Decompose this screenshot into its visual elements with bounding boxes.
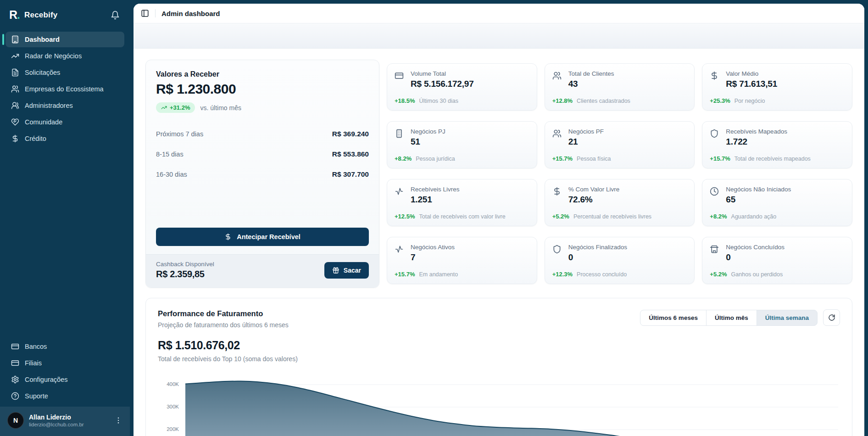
chart-svg	[185, 371, 838, 436]
stat-desc: Pessoa física	[577, 156, 611, 162]
stat-value: 51	[411, 137, 445, 147]
stat-delta: +12.8%	[552, 97, 573, 104]
sidebar-item-label: Empresas do Ecossistema	[25, 85, 104, 93]
antecipar-recebivel-button[interactable]: Antecipar Recebível	[156, 228, 369, 246]
receivables-row: 8-15 dias R$ 553.860	[156, 144, 369, 164]
stats-grid: Volume Total R$ 5.156.172,97 +18.5%Últim…	[387, 63, 852, 288]
stat-delta: +12.5%	[395, 213, 415, 220]
sidebar-item-bancos[interactable]: Bancos	[6, 339, 124, 354]
tab-ultimos-6-meses[interactable]: Últimos 6 meses	[640, 310, 707, 326]
row-value: R$ 307.700	[332, 170, 369, 179]
tab-ultimo-mes[interactable]: Último mês	[706, 310, 757, 326]
stat-value: 65	[726, 195, 791, 205]
shield-icon	[552, 245, 562, 254]
stat-label: Negócios Não Iniciados	[726, 186, 791, 193]
users-icon	[11, 85, 19, 93]
users-icon	[552, 129, 562, 138]
stat-delta: +5.2%	[710, 271, 727, 278]
stat-card-negocios-finalizados: Negócios Finalizados 0 +12.3%Processo co…	[545, 237, 695, 284]
sacar-button[interactable]: Sacar	[324, 262, 369, 279]
topbar: Admin dashboard	[134, 4, 864, 23]
receivables-row: Próximos 7 dias R$ 369.240	[156, 124, 369, 144]
y-axis-tick: 300K	[158, 404, 179, 409]
sidebar-item-configuracoes[interactable]: Configurações	[6, 372, 124, 387]
performance-caption: Total de recebíveis do Top 10 (soma dos …	[158, 355, 840, 363]
brand-logo: R.	[9, 8, 20, 22]
stat-value: 1.722	[726, 137, 787, 147]
stat-desc: Últimos 30 dias	[419, 98, 458, 104]
stat-desc: Percentual de recebíveis livres	[573, 213, 651, 220]
user-card[interactable]: N Allan Liderzio liderzio@lcchub.com.br	[0, 407, 130, 436]
cta-label: Antecipar Recebível	[237, 233, 300, 240]
stat-card-recebiveis-livres: Recebíveis Livres 1.251 +12.5%Total de r…	[387, 179, 537, 226]
sidebar-item-label: Configurações	[25, 376, 68, 383]
stat-card-negocios-ativos: Negócios Ativos 7 +15.7%Em andamento	[387, 237, 537, 284]
stat-value: R$ 71.613,51	[726, 79, 777, 89]
stat-desc: Total de recebíveis com valor livre	[419, 213, 505, 220]
row-label: 16-30 dias	[156, 171, 187, 178]
stat-card-negocios-nao-iniciados: Negócios Não Iniciados 65 +8.2%Aguardand…	[702, 179, 852, 226]
sidebar-item-administradores[interactable]: Administradores	[6, 98, 124, 113]
cashback-label: Cashback Disponível	[156, 261, 214, 268]
stat-card-valor-medio: Valor Médio R$ 71.613,51 +25.3%Por negóc…	[702, 63, 852, 111]
sidebar-item-label: Comunidade	[25, 118, 62, 126]
stat-card-negocios-concluidos: Negócios Concluídos 0 +5.2%Ganhos ou per…	[702, 237, 852, 284]
performance-title: Performance de Faturamento	[158, 309, 289, 318]
stat-value: 1.251	[411, 195, 460, 205]
period-tabs: Últimos 6 meses Último mês Última semana	[640, 310, 818, 326]
chart-plot-area	[185, 371, 838, 436]
row-value: R$ 369.240	[332, 130, 369, 138]
stat-label: Negócios Ativos	[411, 244, 455, 251]
badge-row: +31.2% vs. último mês	[156, 102, 369, 113]
sidebar-item-radar-de-negocios[interactable]: Radar de Negócios	[6, 48, 124, 64]
page-title: Admin dashboard	[161, 10, 220, 17]
cashback-value: R$ 2.359,85	[156, 269, 214, 279]
cashback-section: Cashback Disponível R$ 2.359,85 Sacar	[146, 254, 379, 287]
sidebar-item-label: Filiais	[25, 359, 42, 367]
stat-label: Negócios Finalizados	[568, 244, 627, 251]
receivables-card: Valores a Receber R$ 1.230.800 +31.2% vs…	[145, 60, 379, 288]
stat-card-com-valor-livre: % Com Valor Livre 72.6% +5.2%Percentual …	[545, 179, 695, 226]
panel-left-icon[interactable]	[141, 9, 149, 17]
performance-controls: Últimos 6 meses Último mês Última semana	[640, 309, 840, 326]
sidebar-item-filiais[interactable]: Filiais	[6, 355, 124, 371]
stat-label: Recebíveis Mapeados	[726, 128, 787, 135]
brand-logo-dot: .	[17, 8, 20, 21]
sidebar-nav-main: Dashboard Radar de Negócios Solicitações…	[0, 29, 130, 149]
growth-badge-value: +31.2%	[170, 104, 190, 111]
brand-name: Recebify	[24, 11, 57, 20]
stat-delta: +15.7%	[710, 155, 730, 162]
stat-value: R$ 5.156.172,97	[411, 79, 474, 89]
sidebar-item-suporte[interactable]: Suporte	[6, 388, 124, 404]
store-icon	[710, 245, 719, 254]
more-vertical-icon[interactable]	[114, 416, 122, 425]
activity-icon	[395, 245, 404, 254]
sidebar-item-solicitacoes[interactable]: Solicitações	[6, 65, 124, 80]
sidebar-item-credito[interactable]: Crédito	[6, 131, 124, 146]
stat-value: 0	[568, 252, 627, 263]
sidebar-item-label: Dashboard	[25, 36, 60, 43]
stat-card-recebiveis-mapeados: Recebíveis Mapeados 1.722 +15.7%Total de…	[702, 121, 852, 168]
stat-delta: +15.7%	[395, 271, 415, 278]
receivables-rows: Próximos 7 dias R$ 369.240 8-15 dias R$ …	[156, 124, 369, 184]
row-value: R$ 553.860	[332, 150, 369, 158]
sidebar-item-comunidade[interactable]: Comunidade	[6, 114, 124, 130]
refresh-button[interactable]	[823, 309, 840, 326]
stat-label: Negócios PJ	[411, 128, 445, 135]
main-panel: Admin dashboard Valores a Receber R$ 1.2…	[134, 4, 864, 436]
stat-value: 7	[411, 252, 455, 263]
stat-label: Recebíveis Livres	[411, 186, 460, 193]
y-axis-tick: 400K	[158, 381, 179, 387]
sidebar-item-dashboard[interactable]: Dashboard	[6, 32, 124, 47]
sidebar-item-empresas-do-ecossistema[interactable]: Empresas do Ecossistema	[6, 81, 124, 97]
sidebar-item-label: Suporte	[25, 392, 48, 400]
refresh-icon	[828, 314, 835, 321]
stat-card-negocios-pj: Negócios PJ 51 +8.2%Pessoa jurídica	[387, 121, 537, 168]
trending-up-icon	[161, 105, 167, 111]
stat-desc: Em andamento	[419, 271, 458, 278]
dollar-sign-icon	[224, 233, 232, 240]
stat-desc: Pessoa jurídica	[416, 156, 455, 162]
stat-value: 43	[568, 79, 614, 89]
tab-ultima-semana[interactable]: Última semana	[757, 310, 818, 326]
bell-icon[interactable]	[111, 11, 120, 20]
